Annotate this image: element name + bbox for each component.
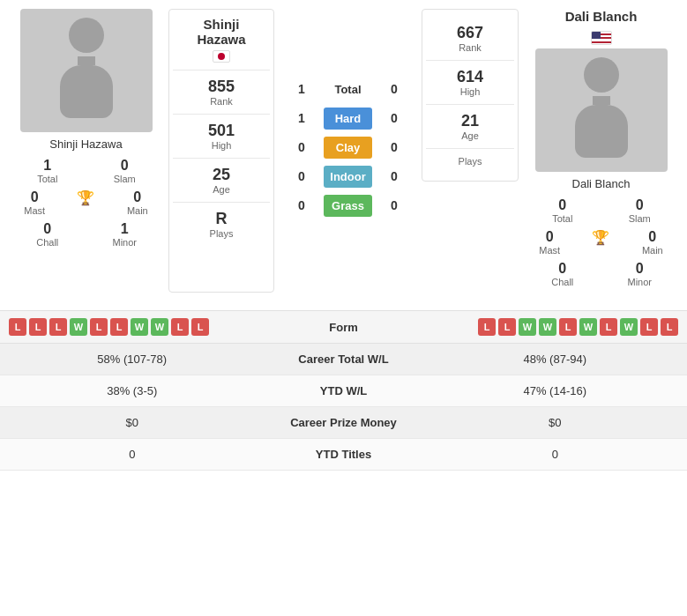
player2-total-label: Total [552,213,572,224]
form-badge-l: L [171,318,189,336]
player1-plays-value: R [173,210,270,228]
player2-mast: 0 Mast [527,229,571,256]
player1-plays-block: R Plays [173,202,270,246]
player2-stats: 0 Total 0 Slam 0 Mast 🏆 0 Main [524,197,678,293]
player1-main-value: 0 [133,189,141,205]
player2-high-value: 614 [426,68,514,86]
player2-slam-value: 0 [636,197,644,213]
player2-age-value: 21 [426,112,514,130]
career-wl-p1: 58% (107-78) [9,353,256,366]
player1-minor-label: Minor [112,237,137,248]
form-badge-w: W [131,318,148,336]
player1-stat-row3: 0 Chall 1 Minor [9,221,163,248]
player1-card: Shinji Hazawa 1 Total 0 Slam 0 Mast 🏆 [9,9,163,293]
scores-panel: 1 Total 0 1 Hard 0 0 Clay 0 0 Indoor 0 0… [280,9,416,293]
player1-age-value: 25 [173,166,270,184]
player1-age-label: Age [173,184,270,195]
form-badge-l: L [661,318,678,336]
player1-slam-value: 0 [121,158,129,174]
player1-center-panel: ShinjiHazawa 855 Rank 501 High 25 Age R … [168,9,274,293]
form-badge-l: L [90,318,108,336]
player2-card: Dali Blanch Dali Blanch 0 Total 0 Slam [524,9,678,293]
score-indoor-p1: 0 [288,169,315,183]
player2-main-value: 0 [648,229,656,245]
prize-p1: $0 [9,416,256,429]
player2-main: 0 Main [631,229,675,256]
player1-chall-value: 0 [43,221,51,237]
player2-trophy-icon: 🏆 [579,229,623,256]
form-badge-w: W [620,318,638,336]
player1-rank-label: Rank [173,96,270,107]
titles-row: 0 YTD Titles 0 [0,439,687,471]
titles-label: YTD Titles [256,448,432,461]
player2-main-name: Dali Blanch [565,9,638,24]
score-row-grass: 0 Grass 0 [288,195,407,217]
player1-head [69,18,104,53]
surface-hard-btn: Hard [324,108,372,130]
flag-canton [592,32,601,39]
player1-plays-label: Plays [173,228,270,239]
form-badge-l: L [498,318,516,336]
ytd-wl-p1: 38% (3-5) [9,384,256,397]
form-badge-l: L [49,318,67,336]
score-grass-p1: 0 [288,198,315,212]
player2-chall-value: 0 [558,261,566,277]
form-badge-l: L [559,318,577,336]
player1-main-label: Main [127,205,148,216]
player2-form: LLWWLWLWLL [414,318,679,336]
player1-main-name: ShinjiHazawa [197,17,245,47]
player1-stats: 1 Total 0 Slam 0 Mast 🏆 0 Main [9,158,163,253]
surface-total-btn: Total [324,78,372,100]
player1-mast-value: 0 [31,189,39,205]
score-row-total: 1 Total 0 [288,78,407,100]
ytd-wl-row: 38% (3-5) YTD W/L 47% (14-16) [0,375,687,407]
titles-p2: 0 [432,448,679,461]
form-badge-l: L [9,318,26,336]
player1-rank-value: 855 [173,78,270,96]
player2-total: 0 Total [541,197,585,224]
player1-minor: 1 Minor [102,221,146,248]
form-badge-l: L [110,318,128,336]
player1-stat-row1: 1 Total 0 Slam [9,158,163,184]
player2-high-label: High [426,86,514,97]
player1-silhouette [51,18,122,123]
form-badge-l: L [640,318,658,336]
score-indoor-p2: 0 [381,169,407,183]
player2-slam-label: Slam [629,213,651,224]
form-row: LLLWLLWWLL Form LLWWLWLWLL [0,311,687,344]
player2-minor-label: Minor [627,277,652,287]
player2-rank-block: 667 Rank [426,17,514,60]
player2-rank-label: Rank [426,42,514,53]
form-badge-l: L [478,318,496,336]
player2-age-label: Age [426,130,514,141]
form-badge-l: L [29,318,47,336]
player1-form: LLLWLLWWLL [9,318,273,336]
form-badge-w: W [519,318,536,336]
player2-minor-value: 0 [636,261,644,277]
player1-rank-block: 855 Rank [173,70,270,114]
player2-mast-label: Mast [539,245,560,256]
bottom-section: LLLWLLWWLL Form LLWWLWLWLL 58% (107-78) … [0,310,687,471]
player2-name: Dali Blanch [572,177,631,190]
player1-avatar [20,9,153,132]
surface-grass-btn: Grass [324,195,372,217]
match-container: Shinji Hazawa 1 Total 0 Slam 0 Mast 🏆 [0,0,687,301]
player2-plays-block: Plays [426,148,514,174]
player1-high-label: High [173,140,270,151]
form-badge-w: W [70,318,87,336]
surface-clay-btn: Clay [324,137,372,159]
score-clay-p2: 0 [381,140,407,154]
form-badge-w: W [151,318,168,336]
player2-high-block: 614 High [426,60,514,104]
player2-neck [593,96,610,105]
player1-minor-value: 1 [121,221,129,237]
player1-name: Shinji Hazawa [49,137,122,151]
player2-stat-row2: 0 Mast 🏆 0 Main [524,229,678,256]
form-badge-l: L [600,318,617,336]
form-badge-l: L [191,318,209,336]
player1-chall-label: Chall [36,237,58,248]
score-row-hard: 1 Hard 0 [288,108,407,130]
player2-minor: 0 Minor [617,261,661,287]
player2-mast-value: 0 [546,229,554,245]
player2-slam: 0 Slam [617,197,661,224]
